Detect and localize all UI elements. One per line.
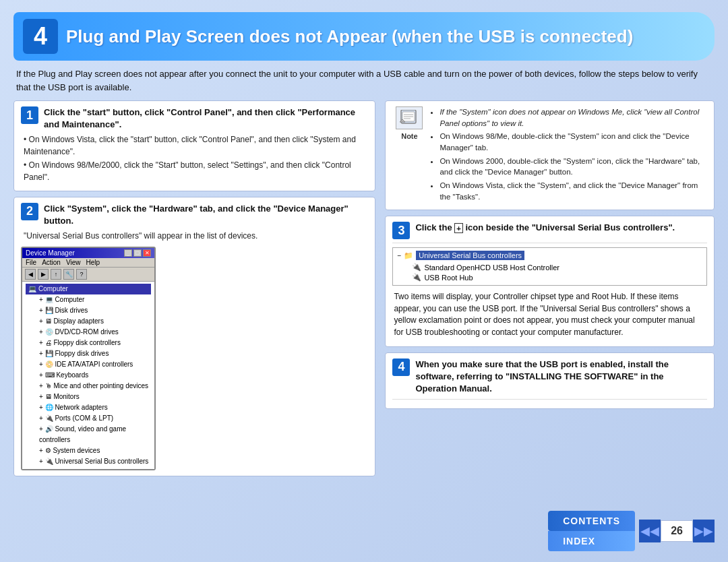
dm-minimize[interactable]: _: [124, 249, 132, 257]
dm-body: 💻 Computer + 💻 Computer + 💾 Disk drives …: [22, 282, 154, 469]
usb-item-hub: 🔌 USB Root Hub: [411, 272, 702, 282]
step-4-header: 4 When you make sure that the USB port i…: [392, 358, 707, 400]
right-column: Note If the "System" icon does not appea…: [385, 100, 715, 503]
dm-menu-view[interactable]: View: [66, 259, 81, 266]
header-title: Plug and Play Screen does not Appear (wh…: [66, 26, 633, 47]
dm-item-ports: + 🔌 Ports (COM & LPT): [36, 413, 151, 424]
header-number: 4: [23, 19, 58, 54]
device-manager-screenshot: Device Manager _ □ ✕ File Action View He…: [21, 247, 156, 470]
note-label: Note: [401, 132, 417, 140]
contents-button[interactable]: CONTENTS: [548, 511, 635, 531]
step-4-title: When you make sure that the USB port is …: [415, 358, 707, 396]
step-1-bullet-1: • On Windows Vista, click the "start" bu…: [24, 134, 368, 158]
dm-window-buttons: _ □ ✕: [124, 249, 151, 257]
index-button[interactable]: INDEX: [548, 531, 635, 551]
footer-page-nav: ◀◀ 26 ▶▶: [639, 520, 715, 542]
step-2-body-text: "Universal Serial Bus controllers" will …: [24, 230, 368, 242]
dm-forward-icon[interactable]: ▶: [38, 269, 49, 280]
step-2-number: 2: [21, 203, 38, 220]
usb-label-hub: USB Root Hub: [424, 274, 473, 282]
note-item-4: On Windows Vista, click the "System", an…: [439, 180, 707, 202]
step-4-box: 4 When you make sure that the USB port i…: [385, 352, 715, 409]
intro-text: If the Plug and Play screen does not app…: [13, 67, 715, 94]
step-1-box: 1 Click the "start" button, click "Contr…: [13, 100, 375, 191]
step-1-number: 1: [21, 106, 38, 124]
dm-menubar: File Action View Help: [22, 258, 154, 268]
prev-page-button[interactable]: ◀◀: [639, 520, 661, 542]
dm-item-ide: + 📀 IDE ATA/ATAPI controllers: [36, 359, 151, 370]
note-box: Note If the "System" icon does not appea…: [385, 100, 715, 210]
dm-close[interactable]: ✕: [143, 249, 151, 257]
note-item-2: On Windows 98/Me, double-click the "Syst…: [439, 131, 707, 153]
dm-item-usb: + 🔌 Universal Serial Bus controllers: [36, 456, 151, 467]
step-3-title: Click the + icon beside the "Universal S…: [415, 222, 675, 234]
usb-root: − 📁 Universal Serial Bus controllers: [397, 251, 702, 260]
step-4-number: 4: [392, 358, 410, 376]
dm-help-icon[interactable]: ?: [76, 269, 87, 280]
page-number: 26: [661, 520, 693, 542]
main-content: 1 Click the "start" button, click "Contr…: [13, 100, 715, 503]
step-1-header: 1 Click the "start" button, click "Contr…: [21, 106, 368, 131]
usb-controllers-screenshot: − 📁 Universal Serial Bus controllers 🔌 S…: [392, 247, 707, 286]
step-1-title: Click the "start" button, click "Control…: [44, 106, 368, 131]
dm-item-computer-root: 💻 Computer: [26, 284, 151, 294]
dm-menu-action[interactable]: Action: [42, 259, 61, 266]
dm-maximize[interactable]: □: [133, 249, 142, 257]
step-2-title: Click "System", click the "Hardware" tab…: [44, 203, 368, 227]
step-1-body: • On Windows Vista, click the "start" bu…: [21, 134, 368, 183]
usb-minus-icon: −: [397, 252, 401, 259]
note-item-3: On Windows 2000, double-click the "Syste…: [439, 156, 707, 178]
dm-item-monitors: + 🖥 Monitors: [36, 392, 151, 402]
step-2-box: 2 Click "System", click the "Hardware" t…: [13, 197, 375, 476]
dm-back-icon[interactable]: ◀: [25, 269, 36, 280]
page-header: 4 Plug and Play Screen does not Appear (…: [13, 12, 715, 61]
note-image: [396, 106, 423, 129]
note-content: If the "System" icon does not appear on …: [431, 106, 707, 204]
dm-item-keyboard: + ⌨ Keyboards: [36, 370, 151, 381]
step-2-header: 2 Click "System", click the "Hardware" t…: [21, 203, 368, 227]
usb-item-host: 🔌 Standard OpenHCD USB Host Controller: [411, 262, 702, 272]
dm-sub-items: + 💻 Computer + 💾 Disk drives + 🖥 Display…: [26, 294, 151, 467]
left-column: 1 Click the "start" button, click "Contr…: [13, 100, 375, 503]
note-img-svg: [400, 110, 419, 126]
usb-label-host: Standard OpenHCD USB Host Controller: [424, 263, 559, 272]
dm-item-disk: + 💾 Disk drives: [36, 305, 151, 316]
dm-menu-file[interactable]: File: [26, 259, 36, 266]
usb-icon-hub: 🔌: [412, 273, 421, 282]
dm-item-system: + ⚙ System devices: [36, 445, 151, 456]
dm-item-computer: + 💻 Computer: [36, 294, 151, 305]
dm-item-network: + 🌐 Network adapters: [36, 402, 151, 413]
dm-item-floppy: + 💾 Floppy disk drives: [36, 348, 151, 359]
footer: CONTENTS INDEX ◀◀ 26 ▶▶: [13, 509, 715, 553]
dm-item-sound: + 🔊 Sound, video and game controllers: [36, 424, 151, 445]
step-1-bullet-2: • On Windows 98/Me/2000, click the "Star…: [24, 160, 368, 183]
footer-nav-buttons: CONTENTS INDEX: [548, 511, 635, 551]
dm-item-floppy-ctrl: + 🖨 Floppy disk controllers: [36, 338, 151, 348]
step-3-box: 3 Click the + icon beside the "Universal…: [385, 216, 715, 347]
dm-computer-icon: 💻: [28, 284, 36, 294]
step-3-number: 3: [392, 222, 410, 239]
dm-up-icon[interactable]: ↑: [51, 269, 61, 280]
next-page-button[interactable]: ▶▶: [693, 520, 715, 542]
usb-header-label: Universal Serial Bus controllers: [416, 251, 524, 260]
note-item-1: If the "System" icon does not appear on …: [439, 106, 707, 129]
dm-properties-icon[interactable]: 🔧: [63, 269, 74, 280]
note-icon-area: Note: [392, 106, 426, 204]
usb-icon-host: 🔌: [412, 263, 421, 272]
dm-toolbar: ◀ ▶ ↑ 🔧 ?: [22, 268, 154, 282]
step-3-header: 3 Click the + icon beside the "Universal…: [392, 222, 707, 243]
two-items-text: Two items will display, your Controller …: [392, 288, 707, 341]
usb-folder-icon: 📁: [404, 251, 413, 260]
dm-item-mice: + 🖱 Mice and other pointing devices: [36, 381, 151, 392]
dm-item-dvd: + 💿 DVD/CD-ROM drives: [36, 327, 151, 338]
page: 4 Plug and Play Screen does not Appear (…: [0, 0, 728, 562]
usb-sub-items: 🔌 Standard OpenHCD USB Host Controller 🔌…: [397, 262, 702, 282]
step-2-body: "Universal Serial Bus controllers" will …: [21, 230, 368, 242]
dm-item-display: + 🖥 Display adapters: [36, 316, 151, 327]
dm-title: Device Manager: [26, 249, 75, 257]
dm-menu-help[interactable]: Help: [86, 259, 100, 266]
dm-titlebar: Device Manager _ □ ✕: [22, 248, 154, 258]
